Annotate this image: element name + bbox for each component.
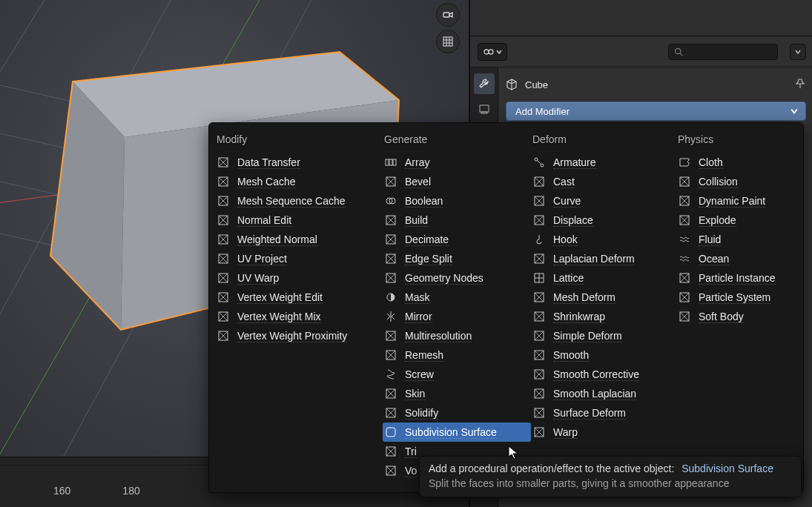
tab-render[interactable]: [474, 99, 495, 119]
menu-item-label: Boolean: [405, 195, 443, 208]
menu-item-mask[interactable]: Mask: [383, 288, 531, 307]
menu-item-label: Surface Deform: [553, 407, 626, 420]
menu-item-subdivision-surface[interactable]: Subdivision Surface: [383, 422, 531, 442]
lattice-icon: [533, 272, 545, 284]
menu-item-simple-deform[interactable]: Simple Deform: [531, 326, 676, 345]
menu-item-remesh[interactable]: Remesh: [383, 345, 531, 365]
menu-item-shrinkwrap[interactable]: Shrinkwrap: [531, 307, 676, 326]
vertex-weight-edit-icon: [217, 291, 230, 304]
remesh-icon: [385, 349, 397, 361]
menu-item-armature[interactable]: Armature: [531, 153, 676, 172]
menu-item-uv-project[interactable]: UV Project: [215, 249, 383, 268]
cloth-icon: [679, 156, 690, 168]
mesh-deform-icon: [532, 291, 546, 304]
menu-item-solidify[interactable]: Solidify: [383, 403, 531, 422]
viewport-camera-button[interactable]: [436, 3, 460, 27]
curve-icon: [532, 194, 546, 208]
tab-tool[interactable]: [474, 73, 495, 94]
add-modifier-button[interactable]: Add Modifier: [506, 102, 806, 121]
menu-item-label: Remesh: [405, 349, 443, 362]
menu-item-label: Curve: [553, 195, 581, 208]
menu-item-label: Lattice: [553, 272, 584, 285]
edge-split-icon: [384, 252, 397, 265]
menu-item-decimate[interactable]: Decimate: [383, 230, 531, 249]
menu-item-mesh-sequence-cache[interactable]: Mesh Sequence Cache: [215, 191, 383, 211]
menu-item-label: Simple Deform: [553, 330, 622, 342]
mirror-icon: [384, 310, 397, 323]
multires-icon: [384, 329, 397, 342]
menu-item-boolean[interactable]: Boolean: [383, 191, 531, 211]
skin-icon: [384, 387, 397, 400]
menu-item-warp[interactable]: Warp: [531, 422, 676, 442]
mesh-cube-icon: [506, 79, 518, 90]
vertex-weight-mix-icon: [217, 310, 230, 323]
menu-item-normal-edit[interactable]: Normal Edit: [215, 211, 383, 230]
viewport-shading-button[interactable]: [436, 30, 460, 53]
solidify-icon: [385, 407, 397, 419]
menu-item-particle-instance[interactable]: Particle Instance: [676, 268, 799, 288]
mesh-cache-icon: [217, 175, 230, 188]
menu-item-smooth-corrective[interactable]: Smooth Corrective: [531, 365, 676, 384]
menu-item-edge-split[interactable]: Edge Split: [383, 249, 531, 268]
menu-item-smooth[interactable]: Smooth: [531, 345, 676, 365]
menu-item-label: Particle System: [699, 291, 770, 304]
menu-item-data-transfer[interactable]: Data Transfer: [215, 153, 383, 172]
simple-deform-icon: [533, 330, 545, 342]
menu-item-dynamic-paint[interactable]: Dynamic Paint: [676, 191, 799, 211]
menu-item-collision[interactable]: Collision: [676, 172, 799, 191]
menu-item-label: Ocean: [699, 253, 729, 265]
menu-item-uv-warp[interactable]: UV Warp: [215, 268, 383, 288]
geometry-nodes-icon: [385, 272, 397, 284]
displace-icon: [532, 213, 546, 227]
menu-item-skin[interactable]: Skin: [383, 384, 531, 403]
menu-item-cloth[interactable]: Cloth: [676, 153, 799, 172]
properties-options-button[interactable]: [790, 44, 806, 60]
menu-item-laplacian-deform[interactable]: Laplacian Deform: [531, 249, 676, 268]
soft-body-icon: [678, 310, 691, 323]
menu-item-array[interactable]: Array: [383, 153, 531, 172]
edge-split-icon: [385, 253, 397, 265]
menu-item-weighted-normal[interactable]: Weighted Normal: [215, 230, 383, 249]
menu-item-mirror[interactable]: Mirror: [383, 307, 531, 326]
menu-item-lattice[interactable]: Lattice: [531, 268, 676, 288]
menu-item-ocean[interactable]: Ocean: [676, 249, 799, 268]
menu-item-label: Subdivision Surface: [405, 426, 497, 439]
pin-button[interactable]: [794, 78, 806, 92]
add-modifier-menu[interactable]: ModifyData TransferMesh CacheMesh Sequen…: [208, 122, 804, 493]
cloth-icon: [678, 156, 691, 169]
menu-item-soft-body[interactable]: Soft Body: [676, 307, 799, 326]
menu-item-label: Multiresolution: [405, 330, 472, 342]
menu-item-label: Soft Body: [699, 311, 744, 323]
menu-item-build[interactable]: Build: [383, 211, 531, 230]
menu-item-vertex-weight-mix[interactable]: Vertex Weight Mix: [215, 307, 383, 326]
menu-item-label: Build: [405, 214, 428, 227]
menu-item-surface-deform[interactable]: Surface Deform: [531, 403, 676, 422]
menu-item-cast[interactable]: Cast: [531, 172, 676, 191]
properties-search-input[interactable]: [668, 44, 778, 60]
menu-item-label: Armature: [553, 156, 596, 169]
menu-item-label: Normal Edit: [237, 214, 291, 227]
multires-icon: [385, 330, 397, 342]
search-icon: [673, 46, 684, 58]
geometry-nodes-icon: [384, 271, 397, 285]
editor-type-selector[interactable]: [478, 43, 507, 61]
smooth-laplacian-icon: [533, 388, 545, 400]
menu-item-bevel[interactable]: Bevel: [383, 172, 531, 191]
menu-item-multiresolution[interactable]: Multiresolution: [383, 326, 531, 345]
menu-item-vertex-weight-proximity[interactable]: Vertex Weight Proximity: [215, 326, 383, 345]
properties-search-field[interactable]: [684, 47, 773, 57]
menu-item-mesh-cache[interactable]: Mesh Cache: [215, 172, 383, 191]
menu-item-hook[interactable]: Hook: [531, 230, 676, 249]
shrinkwrap-icon: [533, 311, 545, 322]
menu-item-fluid[interactable]: Fluid: [676, 230, 799, 249]
menu-item-displace[interactable]: Displace: [531, 211, 676, 230]
menu-item-vertex-weight-edit[interactable]: Vertex Weight Edit: [215, 288, 383, 307]
menu-item-explode[interactable]: Explode: [676, 211, 799, 230]
menu-item-smooth-laplacian[interactable]: Smooth Laplacian: [531, 384, 676, 403]
menu-item-curve[interactable]: Curve: [531, 191, 676, 211]
menu-item-particle-system[interactable]: Particle System: [676, 288, 799, 307]
menu-item-mesh-deform[interactable]: Mesh Deform: [531, 288, 676, 307]
menu-item-screw[interactable]: Screw: [383, 365, 531, 384]
svg-rect-45: [386, 428, 395, 437]
menu-item-geometry-nodes[interactable]: Geometry Nodes: [383, 268, 531, 288]
